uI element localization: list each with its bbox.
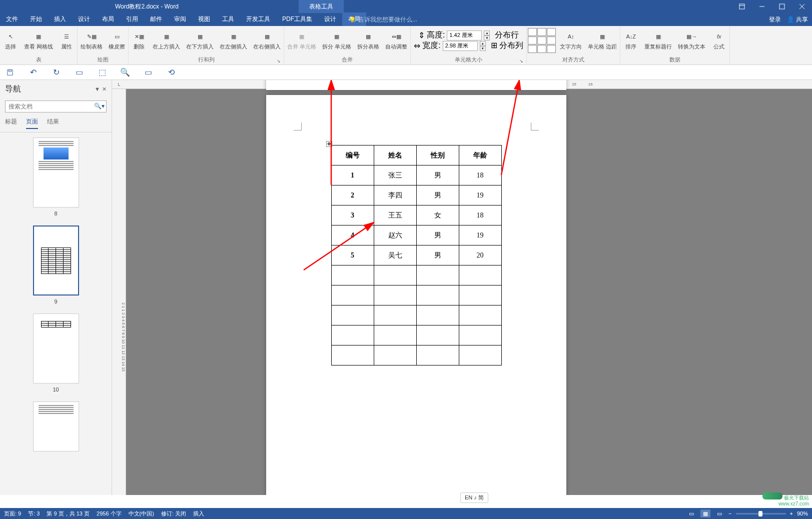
tab-file[interactable]: 文件 [0,12,24,26]
table-header-cell[interactable]: 编号 [331,146,374,166]
table-cell[interactable]: 张三 [374,166,416,186]
height-up[interactable]: ▲ [484,30,490,36]
share-button[interactable]: 👤 共享 [787,16,808,24]
qat-btn-6[interactable]: 🔍 [120,68,130,78]
tab-references[interactable]: 引用 [120,12,144,26]
draw-table-button[interactable]: ✎▦绘制表格 [78,30,106,51]
width-up[interactable]: ▲ [480,41,486,46]
undo-button[interactable]: ↶ [28,68,38,78]
align-bl[interactable] [528,45,537,53]
table-cell[interactable]: 男 [416,226,459,246]
table-cell[interactable] [416,286,459,306]
merge-cells-button[interactable]: ▦合并 单元格 [284,30,319,51]
table-cell[interactable]: 3 [331,206,374,226]
table-cell[interactable] [374,326,416,346]
status-section[interactable]: 节: 3 [28,510,40,518]
align-mr[interactable] [547,36,556,44]
table-cell[interactable]: 赵六 [374,226,416,246]
tab-review[interactable]: 审阅 [168,12,192,26]
search-icon[interactable]: 🔍▾ [94,102,105,110]
repeat-header-button[interactable]: ▦重复标题行 [641,30,675,51]
table-cell[interactable]: 18 [459,166,501,186]
ruler-corner[interactable]: L [112,80,126,89]
align-ml[interactable] [528,36,537,44]
select-button[interactable]: ↖选择 [0,30,21,51]
table-row[interactable] [331,286,501,306]
width-down[interactable]: ▼ [480,46,486,51]
table-row[interactable]: 1张三男18 [331,166,501,186]
rowscols-dialog-launcher[interactable]: ↘ [277,58,282,64]
align-bc[interactable] [537,45,546,53]
save-button[interactable] [5,68,15,78]
table-cell[interactable] [331,286,374,306]
table-cell[interactable] [416,306,459,326]
nav-dropdown-icon[interactable]: ▼ [95,86,100,92]
table-row[interactable]: 4赵六男19 [331,226,501,246]
eraser-button[interactable]: ▭橡皮擦 [106,30,128,51]
table-cell[interactable] [331,306,374,326]
ime-badge[interactable]: EN ♪ 简 [460,492,488,503]
table-cell[interactable] [459,306,501,326]
zoom-out-button[interactable]: − [728,510,731,516]
qat-btn-4[interactable]: ▭ [74,68,84,78]
height-down[interactable]: ▼ [484,36,490,40]
table-header-cell[interactable]: 性别 [416,146,459,166]
table-cell[interactable]: 1 [331,166,374,186]
table-cell[interactable]: 男 [416,186,459,206]
thumbnail-10[interactable] [33,314,79,384]
view-gridlines-button[interactable]: ▦查看 网格线 [21,30,56,51]
close-button[interactable] [792,0,812,13]
distribute-rows-button[interactable]: 分布行 [495,30,519,40]
ribbon-options-button[interactable] [732,0,752,13]
align-mc[interactable] [537,36,546,44]
zoom-level[interactable]: 90% [797,510,808,516]
view-print-button[interactable]: ▦ [700,510,710,518]
table-row[interactable] [331,346,501,366]
table-row[interactable]: 2李四男19 [331,186,501,206]
table-row[interactable] [331,306,501,326]
tab-mailings[interactable]: 邮件 [144,12,168,26]
tell-me-search[interactable]: 💡 告诉我您想要做什么... [349,16,417,26]
status-lang[interactable]: 中文(中国) [129,510,154,518]
table-cell[interactable] [459,346,501,366]
table-cell[interactable]: 2 [331,186,374,206]
status-revision[interactable]: 修订: 关闭 [161,510,186,518]
table-move-handle[interactable]: ✥ [326,141,332,147]
table-row[interactable] [331,326,501,346]
thumbnail-11[interactable] [33,402,79,452]
table-cell[interactable] [331,346,374,366]
table-cell[interactable] [459,266,501,286]
document-table[interactable]: 编号姓名性别年龄1张三男182李四男193王五女184赵六男195吴七男20 [331,145,502,366]
nav-tab-results[interactable]: 结果 [47,118,59,129]
nav-close-button[interactable]: ✕ [102,86,107,92]
align-br[interactable] [547,45,556,53]
table-cell[interactable]: 吴七 [374,246,416,266]
status-page[interactable]: 页面: 9 [4,510,21,518]
table-cell[interactable]: 王五 [374,206,416,226]
table-cell[interactable]: 19 [459,226,501,246]
table-cell[interactable]: 李四 [374,186,416,206]
height-input[interactable] [447,30,482,40]
table-cell[interactable]: 19 [459,186,501,206]
status-insert[interactable]: 插入 [193,510,204,518]
table-row[interactable]: 3王五女18 [331,206,501,226]
table-cell[interactable]: 女 [416,206,459,226]
nav-search-input[interactable] [5,100,107,112]
formula-button[interactable]: fx公式 [708,30,729,51]
qat-btn-8[interactable]: ⟲ [166,68,176,78]
document-area[interactable]: 54321 12345678910111213141516 8 ✥ 编号姓名性别… [126,80,812,495]
align-tl[interactable] [528,28,537,36]
view-web-button[interactable]: ▭ [714,510,724,518]
properties-button[interactable]: ☰属性 [56,30,77,51]
table-cell[interactable] [459,286,501,306]
status-words[interactable]: 2956 个字 [97,510,122,518]
zoom-in-button[interactable]: + [790,510,793,516]
insert-below-button[interactable]: ▦在下方插入 [183,30,217,51]
table-cell[interactable]: 4 [331,226,374,246]
table-header-cell[interactable]: 年龄 [459,146,501,166]
tab-insert[interactable]: 插入 [48,12,72,26]
align-tr[interactable] [547,28,556,36]
table-cell[interactable] [416,326,459,346]
zoom-thumb[interactable] [758,511,762,516]
thumbnails-list[interactable]: 8 9 10 [0,132,112,495]
